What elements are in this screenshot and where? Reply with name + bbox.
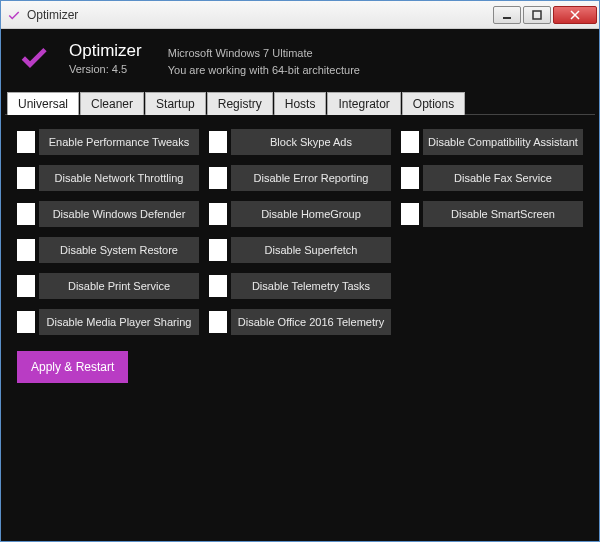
svg-rect-0 (503, 17, 511, 19)
option-item: Disable Superfetch (209, 237, 391, 263)
checkbox[interactable] (401, 131, 419, 153)
app-icon (7, 8, 21, 22)
option-item: Disable Compatibility Assistant (401, 129, 583, 155)
option-label[interactable]: Disable System Restore (39, 237, 199, 263)
option-label[interactable]: Block Skype Ads (231, 129, 391, 155)
option-label[interactable]: Disable SmartScreen (423, 201, 583, 227)
app-title-block: Optimizer Version: 4.5 (69, 41, 142, 75)
option-item: Enable Performance Tweaks (17, 129, 199, 155)
checkbox[interactable] (17, 239, 35, 261)
checkbox[interactable] (209, 275, 227, 297)
header-text: Optimizer Version: 4.5 Microsoft Windows… (69, 41, 360, 78)
option-item: Disable Network Throttling (17, 165, 199, 191)
option-label[interactable]: Enable Performance Tweaks (39, 129, 199, 155)
option-item: Disable Print Service (17, 273, 199, 299)
checkbox[interactable] (17, 275, 35, 297)
option-item: Disable Error Reporting (209, 165, 391, 191)
window-title: Optimizer (27, 8, 493, 22)
app-body: Optimizer Version: 4.5 Microsoft Windows… (1, 29, 599, 541)
maximize-button[interactable] (523, 6, 551, 24)
checkbox[interactable] (209, 131, 227, 153)
app-version: Version: 4.5 (69, 63, 142, 75)
checkbox[interactable] (17, 311, 35, 333)
tab-registry[interactable]: Registry (207, 92, 273, 115)
options-grid: Enable Performance Tweaks Block Skype Ad… (17, 129, 583, 335)
checkbox[interactable] (209, 167, 227, 189)
option-item: Disable Windows Defender (17, 201, 199, 227)
option-item: Block Skype Ads (209, 129, 391, 155)
tab-cleaner[interactable]: Cleaner (80, 92, 144, 115)
option-label[interactable]: Disable Print Service (39, 273, 199, 299)
checkbox[interactable] (17, 203, 35, 225)
option-label[interactable]: Disable Superfetch (231, 237, 391, 263)
tab-bar: Universal Cleaner Startup Registry Hosts… (5, 91, 595, 115)
window-controls (493, 6, 597, 24)
app-title: Optimizer (69, 41, 142, 61)
checkmark-icon (13, 41, 57, 81)
checkbox[interactable] (17, 131, 35, 153)
apply-restart-button[interactable]: Apply & Restart (17, 351, 128, 383)
option-item: Disable Telemetry Tasks (209, 273, 391, 299)
svg-rect-1 (533, 11, 541, 19)
option-item: Disable Media Player Sharing (17, 309, 199, 335)
app-window: Optimizer Optimizer Version: 4.5 (0, 0, 600, 542)
option-label[interactable]: Disable HomeGroup (231, 201, 391, 227)
checkbox[interactable] (401, 167, 419, 189)
tab-universal[interactable]: Universal (7, 92, 79, 115)
titlebar: Optimizer (1, 1, 599, 29)
option-label[interactable]: Disable Media Player Sharing (39, 309, 199, 335)
option-item: Disable SmartScreen (401, 201, 583, 227)
system-info: Microsoft Windows 7 Ultimate You are wor… (168, 45, 360, 78)
checkbox[interactable] (209, 203, 227, 225)
option-label[interactable]: Disable Network Throttling (39, 165, 199, 191)
option-label[interactable]: Disable Error Reporting (231, 165, 391, 191)
tab-content: Enable Performance Tweaks Block Skype Ad… (5, 115, 595, 537)
checkbox[interactable] (209, 239, 227, 261)
option-item: Disable Office 2016 Telemetry (209, 309, 391, 335)
checkbox[interactable] (209, 311, 227, 333)
tab-options[interactable]: Options (402, 92, 465, 115)
tab-integrator[interactable]: Integrator (327, 92, 400, 115)
option-item: Disable HomeGroup (209, 201, 391, 227)
architecture: You are working with 64-bit architecture (168, 62, 360, 79)
option-label[interactable]: Disable Windows Defender (39, 201, 199, 227)
option-item: Disable Fax Service (401, 165, 583, 191)
os-name: Microsoft Windows 7 Ultimate (168, 45, 360, 62)
tab-hosts[interactable]: Hosts (274, 92, 327, 115)
minimize-button[interactable] (493, 6, 521, 24)
option-label[interactable]: Disable Compatibility Assistant (423, 129, 583, 155)
option-label[interactable]: Disable Telemetry Tasks (231, 273, 391, 299)
tab-startup[interactable]: Startup (145, 92, 206, 115)
option-item: Disable System Restore (17, 237, 199, 263)
checkbox[interactable] (17, 167, 35, 189)
option-label[interactable]: Disable Fax Service (423, 165, 583, 191)
header: Optimizer Version: 4.5 Microsoft Windows… (5, 33, 595, 91)
option-label[interactable]: Disable Office 2016 Telemetry (231, 309, 391, 335)
close-button[interactable] (553, 6, 597, 24)
checkbox[interactable] (401, 203, 419, 225)
